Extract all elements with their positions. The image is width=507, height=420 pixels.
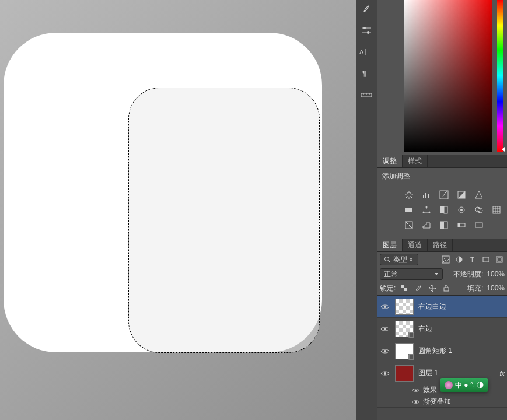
canvas-area[interactable]	[0, 0, 356, 420]
curves-icon[interactable]	[438, 189, 450, 201]
svg-line-16	[406, 192, 407, 193]
color-sv-field[interactable]	[404, 0, 492, 152]
layer-name[interactable]: 图层 1	[418, 368, 495, 378]
posterize-icon[interactable]	[421, 219, 432, 231]
svg-point-46	[385, 257, 389, 261]
panel-dock-strip: A ¶	[356, 0, 377, 420]
adjustments-panel: 调整 样式 添加调整	[377, 155, 507, 239]
filter-smart-icon[interactable]	[494, 254, 505, 265]
svg-rect-21	[425, 193, 426, 198]
selective-color-icon[interactable]	[473, 219, 485, 231]
svg-rect-57	[444, 288, 449, 291]
tab-paths[interactable]: 路径	[428, 239, 453, 251]
svg-point-28	[429, 212, 431, 214]
brush-preset-icon[interactable]	[358, 2, 375, 16]
visibility-toggle-icon[interactable]	[380, 324, 390, 334]
invert-icon[interactable]	[403, 219, 415, 231]
opacity-label: 不透明度:	[453, 270, 483, 279]
layer-thumbnail[interactable]	[395, 321, 414, 337]
effects-label: 效果	[423, 385, 437, 395]
layer-row[interactable]: 圆角矩形 1	[377, 340, 507, 362]
layer-name[interactable]: 右边白边	[418, 302, 505, 312]
layers-panel: 图层 通道 路径 类型 T 正常	[377, 239, 507, 420]
blend-mode-label: 正常	[384, 270, 398, 279]
layer-row[interactable]: 右边	[377, 318, 507, 340]
layer-thumbnail[interactable]	[395, 343, 414, 359]
filter-adjustment-icon[interactable]	[454, 254, 464, 265]
layer-row[interactable]: 右边白边	[377, 296, 507, 318]
guide-horizontal[interactable]	[0, 198, 356, 198]
visibility-toggle-icon[interactable]	[411, 386, 419, 394]
lock-transparency-icon[interactable]	[399, 283, 410, 293]
svg-line-19	[411, 192, 412, 193]
svg-text:¶: ¶	[362, 69, 366, 78]
svg-text:T: T	[470, 256, 474, 263]
svg-point-58	[384, 306, 386, 308]
tab-channels[interactable]: 通道	[403, 239, 428, 251]
layer-thumbnail[interactable]	[395, 299, 414, 315]
fx-indicator-icon[interactable]: fx	[499, 370, 505, 377]
svg-rect-20	[423, 195, 424, 198]
adjustments-title: 添加调整	[382, 172, 502, 181]
hue-sat-icon[interactable]	[403, 204, 415, 216]
svg-rect-35	[493, 206, 500, 214]
color-balance-icon[interactable]	[421, 204, 432, 216]
lock-all-icon[interactable]	[441, 283, 452, 293]
guide-vertical[interactable]	[162, 0, 162, 420]
ime-indicator[interactable]: 中 ● °, ◑	[440, 378, 488, 392]
fill-value[interactable]: 100%	[487, 284, 505, 292]
svg-point-3	[367, 32, 369, 34]
layer-filter-select[interactable]: 类型	[380, 254, 418, 265]
lock-label: 锁定:	[380, 284, 396, 293]
threshold-icon[interactable]	[438, 219, 450, 231]
layer-name[interactable]: 右边	[418, 324, 505, 334]
svg-point-26	[426, 206, 428, 208]
vibrance-icon[interactable]	[473, 189, 485, 201]
filter-type-icon[interactable]: T	[467, 254, 478, 265]
measure-log-icon[interactable]	[358, 88, 375, 102]
sliders-icon[interactable]	[358, 23, 375, 37]
svg-text:A: A	[359, 48, 364, 55]
filter-pixel-icon[interactable]	[440, 254, 451, 265]
svg-point-59	[384, 328, 386, 330]
paragraph-panel-icon[interactable]: ¶	[358, 66, 375, 80]
opacity-value[interactable]: 100%	[487, 270, 505, 278]
layer-effect-item[interactable]: 渐变叠加	[377, 396, 507, 408]
layer-name[interactable]: 圆角矩形 1	[418, 346, 505, 356]
svg-line-18	[406, 197, 407, 198]
channel-mixer-icon[interactable]	[473, 204, 485, 216]
blend-mode-select[interactable]: 正常	[380, 268, 443, 280]
svg-rect-56	[404, 288, 407, 291]
svg-rect-52	[483, 257, 489, 262]
layer-list: 右边白边 右边 圆角矩形 1 图层 1 fx	[377, 295, 507, 420]
color-lookup-icon[interactable]	[491, 204, 502, 216]
svg-point-27	[423, 212, 425, 214]
svg-point-32	[460, 209, 463, 211]
gradient-map-icon[interactable]	[456, 219, 467, 231]
bw-icon[interactable]	[438, 204, 450, 216]
visibility-toggle-icon[interactable]	[380, 368, 390, 379]
filter-shape-icon[interactable]	[481, 254, 491, 265]
brightness-contrast-icon[interactable]	[403, 189, 415, 201]
levels-icon[interactable]	[421, 189, 432, 201]
marquee-selection	[128, 88, 320, 353]
tab-styles[interactable]: 样式	[403, 155, 428, 167]
lock-position-icon[interactable]	[427, 283, 438, 293]
visibility-toggle-icon[interactable]	[380, 302, 390, 312]
tab-layers[interactable]: 图层	[377, 239, 403, 251]
svg-rect-25	[405, 208, 412, 212]
visibility-toggle-icon[interactable]	[380, 346, 390, 356]
layer-filter-label: 类型	[393, 255, 407, 265]
exposure-icon[interactable]	[456, 189, 467, 201]
visibility-toggle-icon[interactable]	[411, 398, 419, 406]
tab-adjustments[interactable]: 调整	[377, 155, 403, 167]
color-hue-strip[interactable]	[497, 0, 503, 152]
svg-rect-54	[498, 258, 501, 261]
character-panel-icon[interactable]: A	[358, 44, 375, 60]
lock-pixels-icon[interactable]	[413, 283, 424, 293]
svg-rect-44	[458, 223, 460, 227]
layer-thumbnail[interactable]	[395, 365, 414, 382]
svg-point-67	[414, 401, 416, 402]
photo-filter-icon[interactable]	[456, 204, 467, 216]
svg-point-62	[384, 350, 386, 352]
